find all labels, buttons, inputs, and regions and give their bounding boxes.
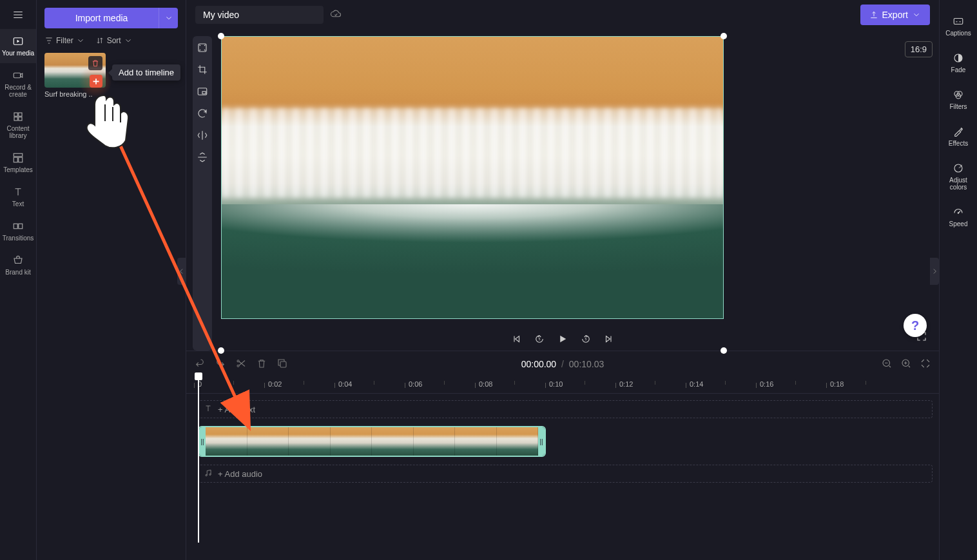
svg-text:5: 5 — [539, 337, 541, 341]
import-dropdown-button[interactable] — [159, 8, 178, 28]
chevron-down-icon — [76, 36, 85, 45]
preview-canvas[interactable] — [221, 36, 724, 351]
skip-end-button[interactable] — [603, 333, 615, 347]
help-button[interactable]: ? — [904, 314, 927, 337]
add-audio-label: + Add audio — [218, 469, 262, 479]
right-rail-effects[interactable]: Effects — [940, 118, 977, 155]
sidebar-item-transitions[interactable]: Transitions — [0, 214, 36, 248]
timeline-ruler[interactable]: 00:020:040:060:080:100:120:140:160:18 — [186, 377, 939, 394]
clip-frame — [497, 427, 539, 456]
right-rail-adjust-colors[interactable]: Adjust colors — [940, 155, 977, 198]
pip-tool[interactable] — [196, 85, 209, 98]
delete-media-button[interactable] — [88, 56, 102, 70]
media-thumbnail[interactable]: Surf breaking .. ＋ Add to timeline — [44, 53, 106, 98]
text-track-lane[interactable]: + Add text — [198, 400, 933, 418]
redo-button[interactable] — [215, 358, 226, 371]
zoom-out-button[interactable] — [881, 358, 893, 371]
sidebar-item-templates[interactable]: Templates — [0, 146, 36, 180]
collapse-left-panel[interactable] — [177, 258, 186, 285]
upload-icon — [869, 10, 878, 19]
undo-button[interactable] — [194, 358, 206, 371]
forward-button[interactable]: 5 — [580, 333, 592, 347]
sort-button[interactable]: Sort — [95, 36, 133, 45]
speed-icon — [953, 206, 964, 218]
time-separator: / — [561, 359, 564, 369]
right-rail-fade[interactable]: Fade — [940, 44, 977, 81]
filter-button[interactable]: Filter — [44, 36, 85, 45]
rr-label: Fade — [951, 66, 966, 73]
zoom-in-button[interactable] — [900, 358, 912, 371]
ruler-mini-tick — [795, 381, 796, 385]
right-rail-filters[interactable]: Filters — [940, 81, 977, 118]
svg-rect-13 — [202, 92, 206, 94]
sidebar-item-content-library[interactable]: Content library — [0, 104, 36, 146]
rail-label: Templates — [3, 166, 33, 173]
play-button[interactable] — [557, 333, 568, 347]
rail-label: Brand kit — [5, 269, 30, 276]
sidebar-item-brand-kit[interactable]: Brand kit — [0, 248, 36, 282]
brandkit-icon — [12, 255, 24, 266]
sidebar-item-text[interactable]: Text — [0, 180, 36, 214]
right-rail-speed[interactable]: Speed — [940, 198, 977, 235]
preview-toolbar — [193, 36, 212, 351]
chevron-down-icon — [912, 10, 921, 19]
split-button[interactable] — [235, 358, 247, 371]
sidebar-item-record[interactable]: Record & create — [0, 63, 36, 104]
crop-tool[interactable] — [196, 63, 209, 76]
import-media-button[interactable]: Import media — [44, 8, 178, 28]
svg-rect-1 — [14, 73, 21, 78]
clip-trim-right[interactable]: || — [538, 427, 545, 456]
svg-point-16 — [237, 360, 239, 362]
svg-rect-2 — [14, 113, 17, 116]
rail-label: Your media — [2, 50, 34, 57]
export-button[interactable]: Export — [860, 5, 930, 25]
ruler-mini-tick — [304, 381, 304, 385]
rotate-tool[interactable] — [196, 107, 209, 120]
ruler-tick: 0:16 — [760, 380, 773, 388]
chevron-down-icon — [124, 36, 133, 45]
flip-horizontal-tool[interactable] — [196, 129, 209, 142]
ruler-mini-tick — [514, 381, 515, 385]
ruler-mini-tick — [444, 381, 445, 385]
transitions-icon — [12, 220, 24, 232]
duplicate-button[interactable] — [276, 358, 288, 371]
rewind-button[interactable]: 5 — [534, 333, 545, 347]
cloud-sync-icon[interactable] — [330, 8, 342, 22]
help-label: ? — [911, 318, 919, 333]
audio-track-icon — [204, 468, 213, 479]
ruler-tick: 0:18 — [830, 380, 844, 388]
ruler-mini-tick — [585, 381, 585, 385]
add-to-timeline-button[interactable]: ＋ — [90, 75, 102, 88]
svg-rect-8 — [19, 157, 23, 162]
menu-button[interactable] — [12, 0, 24, 29]
svg-rect-18 — [280, 362, 286, 367]
right-rail-captions[interactable]: Captions — [940, 8, 977, 44]
skip-start-button[interactable] — [510, 333, 522, 347]
zoom-fit-button[interactable] — [920, 358, 931, 371]
flip-vertical-tool[interactable] — [196, 151, 209, 164]
captions-icon — [953, 15, 964, 27]
library-icon — [12, 111, 24, 122]
audio-track-lane[interactable]: + Add audio — [198, 465, 933, 483]
sidebar-item-your-media[interactable]: Your media — [0, 29, 36, 63]
ruler-mini-tick — [655, 381, 655, 385]
collapse-right-panel[interactable] — [930, 258, 939, 285]
rr-label: Filters — [949, 103, 967, 110]
rail-label: Content library — [1, 125, 35, 139]
rr-label: Effects — [949, 140, 968, 147]
svg-point-29 — [958, 213, 959, 214]
svg-rect-6 — [14, 153, 23, 157]
playhead[interactable] — [198, 375, 199, 543]
aspect-ratio-button[interactable]: 16:9 — [905, 41, 933, 57]
ruler-mini-tick — [233, 381, 234, 385]
delete-button[interactable] — [256, 358, 267, 371]
media-icon — [12, 35, 24, 47]
clip-frame — [372, 427, 414, 456]
fit-tool[interactable] — [196, 41, 209, 54]
project-title-input[interactable] — [195, 6, 324, 24]
camera-icon — [12, 70, 24, 81]
timeline-clip[interactable]: || || — [198, 426, 546, 457]
clip-trim-left[interactable]: || — [199, 427, 206, 456]
adjust-icon — [953, 162, 964, 174]
resize-handle-tl[interactable] — [218, 33, 224, 39]
